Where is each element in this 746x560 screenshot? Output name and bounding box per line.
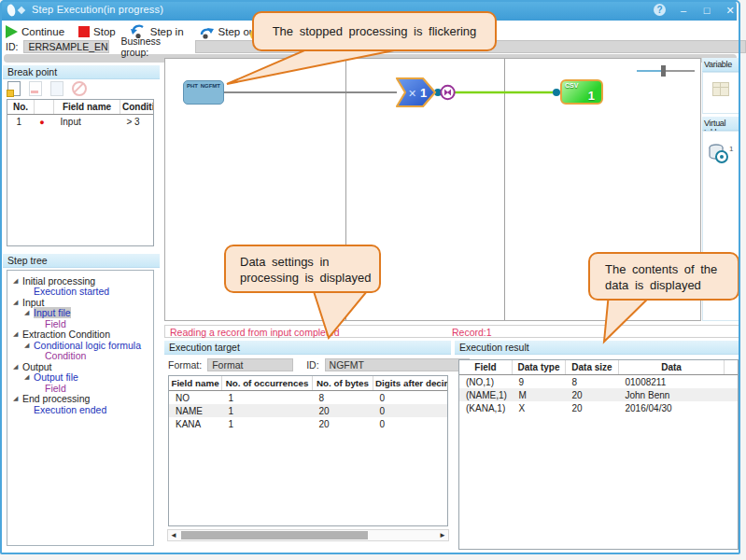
column-header: No. of bytes xyxy=(313,376,373,391)
table-cell[interactable]: NAME xyxy=(169,404,222,417)
tree-item-condition[interactable]: Condition xyxy=(7,351,153,362)
scroll-right-icon[interactable]: ► xyxy=(438,531,447,539)
tree-expander-icon[interactable]: ◢ xyxy=(13,363,22,371)
table-cell[interactable]: 01008211 xyxy=(619,375,725,389)
flow-connector-gray xyxy=(223,91,397,93)
scroll-left-icon[interactable]: ◄ xyxy=(169,531,178,539)
table-cell[interactable]: (NAME,1) xyxy=(459,388,513,401)
table-cell[interactable]: 2016/04/30 xyxy=(619,401,725,414)
table-cell[interactable]: (NO,1) xyxy=(459,375,513,389)
callout-flickering: The stopped processing is flickering xyxy=(252,11,497,51)
zoom-slider-handle[interactable] xyxy=(661,65,666,77)
table-cell[interactable] xyxy=(725,401,739,414)
tree-item-output[interactable]: ◢Output xyxy=(7,361,153,372)
help-button[interactable]: ? xyxy=(654,4,666,16)
tree-expander-icon[interactable]: ◢ xyxy=(13,277,22,285)
step-out-button[interactable]: Step out xyxy=(198,24,259,39)
table-cell[interactable]: NO xyxy=(169,391,222,405)
tree-item-input[interactable]: ◢Input xyxy=(7,297,153,308)
table-cell[interactable]: 20 xyxy=(566,401,619,414)
table-row[interactable]: (NO,1)9801008211 xyxy=(459,375,738,389)
table-cell[interactable]: 8 xyxy=(566,375,619,389)
input-file-node[interactable]: PHT NGFMT xyxy=(183,80,224,105)
table-row[interactable]: (KANA,1)X202016/04/30 xyxy=(459,401,738,414)
callout-data-contents: The contents of the data is displayed xyxy=(588,252,739,301)
table-cell[interactable]: 0 xyxy=(373,391,448,405)
tree-expander-icon[interactable]: ◢ xyxy=(24,309,34,316)
format-label: Format: xyxy=(168,359,202,371)
format-id-field[interactable]: NGFMT xyxy=(325,358,470,371)
horizontal-scrollbar[interactable]: ◄ ► xyxy=(167,529,449,541)
variable-grid-icon xyxy=(712,82,729,96)
input-node-type-label: PHT xyxy=(187,83,198,89)
column-header: No. xyxy=(7,100,35,115)
filter-connector-icon xyxy=(441,86,454,99)
tree-expander-icon[interactable]: ◢ xyxy=(24,373,34,381)
zoom-slider[interactable] xyxy=(637,64,695,77)
table-cell[interactable] xyxy=(725,375,739,389)
table-cell[interactable]: 20 xyxy=(566,388,619,401)
table-row[interactable]: NO180 xyxy=(169,391,447,405)
tree-expander-icon[interactable]: ◢ xyxy=(24,342,34,349)
table-row[interactable]: NAME1200 xyxy=(169,404,447,417)
column-header: No. of occurrences xyxy=(222,376,313,391)
tree-item-initial-processing[interactable]: ◢Initial processing xyxy=(7,275,153,287)
tree-item-field[interactable]: Field xyxy=(7,318,153,329)
tree-item-execution-ended[interactable]: Execution ended xyxy=(7,404,153,415)
table-cell[interactable] xyxy=(725,388,739,401)
table-cell[interactable]: 1 xyxy=(222,417,313,430)
table-cell[interactable]: Input xyxy=(54,115,120,129)
tree-item-end-processing[interactable]: ◢End processing xyxy=(7,394,153,405)
id-field[interactable]: ERRSAMPLE_EN xyxy=(23,40,109,53)
table-row[interactable]: 1●Input> 3 xyxy=(7,115,153,129)
minimize-button[interactable]: – xyxy=(676,4,691,17)
breakpoint-table: No.Field nameCondition1●Input> 3 xyxy=(7,99,154,246)
scrollbar-thumb[interactable] xyxy=(181,531,368,539)
table-cell[interactable]: 0 xyxy=(373,404,448,417)
table-row[interactable]: KANA1200 xyxy=(169,417,447,430)
column-header: Field name xyxy=(169,376,222,391)
table-cell[interactable]: ● xyxy=(35,115,54,129)
new-breakpoint-icon[interactable] xyxy=(7,81,21,96)
table-cell[interactable]: John Benn xyxy=(619,388,725,401)
table-cell[interactable]: 9 xyxy=(513,375,566,389)
virtual-table-icon[interactable]: 1 xyxy=(708,143,734,165)
mapper-node[interactable]: ✕ 1 xyxy=(395,77,438,108)
tree-item-field[interactable]: Field xyxy=(7,383,153,394)
tree-expander-icon[interactable]: ◢ xyxy=(13,299,22,306)
tree-item-output-file[interactable]: ◢Output file xyxy=(7,372,153,384)
disable-breakpoint-icon[interactable] xyxy=(72,81,87,96)
table-row[interactable]: (NAME,1)M20John Benn xyxy=(459,388,738,401)
tree-item-input-file[interactable]: ◢Input file xyxy=(7,308,153,319)
table-cell[interactable]: (KANA,1) xyxy=(459,401,513,414)
table-cell[interactable]: KANA xyxy=(169,417,222,430)
copy-breakpoint-icon[interactable] xyxy=(50,81,63,96)
tree-item-conditional-logic-formula[interactable]: ◢Conditional logic formula xyxy=(7,340,153,351)
table-cell[interactable]: 20 xyxy=(313,404,373,417)
table-cell[interactable]: 1 xyxy=(7,115,35,129)
column-header: Data xyxy=(619,360,725,375)
execution-target-header: Execution target xyxy=(164,341,451,355)
column-header: Field xyxy=(459,360,513,375)
maximize-button[interactable]: □ xyxy=(699,4,714,17)
continue-button[interactable]: Continue xyxy=(6,25,64,38)
table-cell[interactable]: X xyxy=(513,401,566,414)
close-button[interactable]: ✕ xyxy=(723,4,738,17)
tree-expander-icon[interactable]: ◢ xyxy=(13,395,22,402)
tree-item-execution-started[interactable]: Execution started xyxy=(7,287,153,298)
csv-output-node[interactable]: CSV 1 xyxy=(560,79,603,105)
execution-result-header: Execution result xyxy=(455,341,739,355)
table-cell[interactable]: 1 xyxy=(222,391,313,405)
table-cell[interactable]: 0 xyxy=(373,417,448,430)
tree-item-extraction-condition[interactable]: ◢Extraction Condition xyxy=(7,329,153,341)
table-cell[interactable]: 8 xyxy=(313,391,373,405)
table-cell[interactable]: 20 xyxy=(313,417,373,430)
stop-button[interactable]: Stop xyxy=(78,26,116,37)
delete-breakpoint-icon[interactable] xyxy=(29,81,42,96)
table-cell[interactable]: 1 xyxy=(222,404,313,417)
table-cell[interactable]: M xyxy=(513,388,566,401)
tree-expander-icon[interactable]: ◢ xyxy=(13,330,22,338)
table-cell[interactable]: > 3 xyxy=(120,115,154,129)
continue-icon xyxy=(6,25,18,38)
format-field[interactable]: Format xyxy=(207,358,293,371)
